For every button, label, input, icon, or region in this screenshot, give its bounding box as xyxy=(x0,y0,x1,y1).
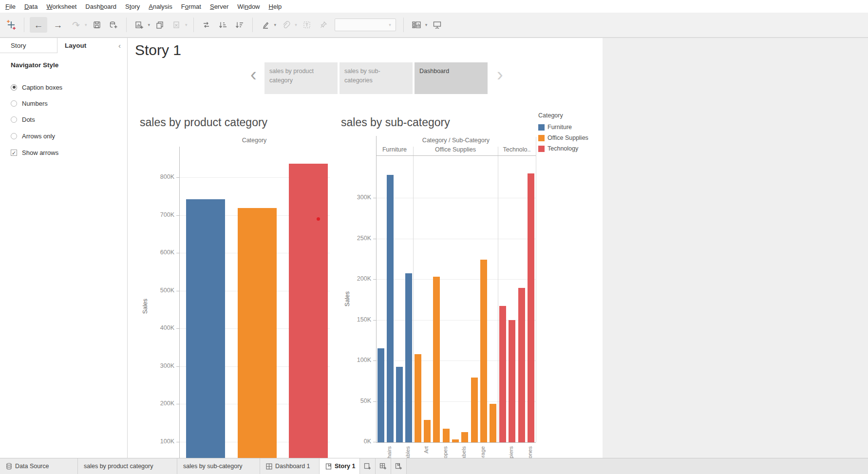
sheet-tab-sales-by-product-category[interactable]: sales by product category xyxy=(78,458,177,474)
legend-swatch xyxy=(538,146,545,152)
new-story-button[interactable] xyxy=(391,458,407,474)
bar-bookcases[interactable] xyxy=(377,348,384,442)
text-label-button[interactable] xyxy=(300,17,314,33)
bar-fasteners[interactable] xyxy=(452,439,459,442)
x-tick-label-storage: Storage xyxy=(480,446,486,458)
radio-option-arrows-only[interactable]: Arrows only xyxy=(11,132,55,140)
radio-option-numbers[interactable]: Numbers xyxy=(11,99,48,108)
gridline xyxy=(376,279,536,280)
bar-paper[interactable] xyxy=(471,378,478,442)
y-axis-line xyxy=(179,147,180,458)
radio-icon[interactable] xyxy=(11,100,17,107)
sort-descending-button[interactable] xyxy=(232,17,247,33)
sheet-tab-data-source[interactable]: Data Source xyxy=(0,458,78,474)
sheet-tab-dashboard-1[interactable]: Dashboard 1 xyxy=(260,458,320,474)
x-tick-label-copiers: Copiers xyxy=(508,446,514,458)
menu-file[interactable]: File xyxy=(1,1,20,12)
navigator-next-icon[interactable]: › xyxy=(497,67,503,82)
show-arrows-row[interactable]: ✓ Show arrows xyxy=(11,149,58,156)
clear-sheet-dropdown-caret[interactable]: ▾ xyxy=(185,22,188,27)
tab-story[interactable]: Story xyxy=(0,38,57,53)
new-worksheet-button[interactable] xyxy=(360,458,376,474)
menu-story[interactable]: Story xyxy=(121,1,144,12)
new-worksheet-button[interactable] xyxy=(132,17,147,33)
radio-icon[interactable] xyxy=(11,116,17,123)
tab-layout[interactable]: Layout xyxy=(57,38,119,53)
radio-option-dots[interactable]: Dots xyxy=(11,115,35,124)
caption-box-sales-by-sub-categories[interactable]: sales by sub-categories xyxy=(340,62,413,94)
caption-box-dashboard[interactable]: Dashboard xyxy=(415,62,488,94)
bar-art[interactable] xyxy=(424,420,431,442)
bar-copiers[interactable] xyxy=(509,320,515,443)
bar-chairs[interactable] xyxy=(387,175,394,442)
y-tick-label: 250K xyxy=(342,235,371,242)
show-me-button[interactable] xyxy=(409,17,424,33)
dashboard-icon xyxy=(266,463,272,470)
new-worksheet-dropdown-caret[interactable]: ▾ xyxy=(148,22,151,27)
save-button[interactable] xyxy=(90,17,104,33)
gridline xyxy=(376,198,536,198)
bar-envelopes[interactable] xyxy=(443,429,450,442)
story-title: Story 1 xyxy=(135,42,181,58)
radio-icon[interactable] xyxy=(11,133,17,139)
bar-furnishings[interactable] xyxy=(396,367,403,442)
bar-furniture[interactable] xyxy=(186,199,225,458)
y-tick-label: 50K xyxy=(342,398,371,405)
menu-analysis[interactable]: Analysis xyxy=(144,1,176,12)
new-story-icon xyxy=(395,463,402,470)
highlight-button[interactable] xyxy=(258,17,273,33)
x-tick-label-labels: Labels xyxy=(461,446,467,458)
bar-tables[interactable] xyxy=(405,273,412,442)
sheet-tab-sales-by-sub-category[interactable]: sales by sub-category xyxy=(177,458,260,474)
forward-button[interactable]: → xyxy=(49,17,67,33)
fit-dropdown[interactable]: ▾ xyxy=(335,19,396,31)
menu-help[interactable]: Help xyxy=(264,1,286,12)
bar-labels[interactable] xyxy=(461,432,468,442)
menu-worksheet[interactable]: Worksheet xyxy=(42,1,81,12)
show-arrows-label: Show arrows xyxy=(22,149,58,156)
color-legend: Category FurnitureOffice SuppliesTechnol… xyxy=(538,112,603,154)
sheet-tab-story-1[interactable]: Story 1 xyxy=(320,458,360,474)
legend-item-office-supplies[interactable]: Office Supplies xyxy=(538,133,603,143)
bar-binders[interactable] xyxy=(433,277,440,442)
show-arrows-checkbox[interactable]: ✓ xyxy=(11,150,17,156)
x-tick-label-envelopes: Envelopes xyxy=(442,446,448,458)
paperclip-dropdown-caret[interactable]: ▾ xyxy=(295,22,297,27)
menu-data[interactable]: Data xyxy=(20,1,42,12)
collapse-panel-icon[interactable]: ‹ xyxy=(118,41,121,50)
bar-machines[interactable] xyxy=(518,288,525,442)
swap-rows-columns-button[interactable] xyxy=(199,17,214,33)
sort-ascending-button[interactable] xyxy=(216,17,230,33)
redo-dropdown-caret[interactable]: ▾ xyxy=(85,22,87,27)
highlight-dropdown-caret[interactable]: ▾ xyxy=(274,22,277,27)
legend-item-technology[interactable]: Technology xyxy=(538,143,603,154)
menu-server[interactable]: Server xyxy=(206,1,233,12)
bar-supplies[interactable] xyxy=(490,404,496,442)
legend-item-furniture[interactable]: Furniture xyxy=(538,122,603,133)
radio-icon[interactable] xyxy=(11,84,17,91)
bar-appliances[interactable] xyxy=(415,354,421,442)
bar-office-supplies[interactable] xyxy=(238,208,277,458)
pin-button[interactable] xyxy=(316,17,331,33)
clear-sheet-button[interactable] xyxy=(169,17,184,33)
bar-phones[interactable] xyxy=(528,173,534,442)
menu-format[interactable]: Format xyxy=(177,1,206,12)
paperclip-button[interactable] xyxy=(279,17,293,33)
caption-box-sales-by-product-category[interactable]: sales by productcategory xyxy=(264,62,338,94)
navigator-prev-icon[interactable]: ‹ xyxy=(250,67,257,82)
new-dashboard-button[interactable] xyxy=(376,458,391,474)
show-me-dropdown-caret[interactable]: ▾ xyxy=(425,22,428,27)
radio-option-caption-boxes[interactable]: Caption boxes xyxy=(11,83,62,92)
presentation-mode-button[interactable] xyxy=(430,17,444,33)
bar-technology[interactable] xyxy=(289,164,328,458)
redo-button[interactable]: ↷ xyxy=(69,17,83,33)
duplicate-button[interactable] xyxy=(152,17,167,33)
sheet-tab-bar: Data Sourcesales by product categorysale… xyxy=(0,458,868,474)
menu-window[interactable]: Window xyxy=(233,1,264,12)
bar-storage[interactable] xyxy=(480,260,487,442)
add-data-source-button[interactable] xyxy=(106,17,121,33)
menu-dashboard[interactable]: Dashboard xyxy=(81,1,121,12)
back-button[interactable]: ← xyxy=(30,17,47,33)
legend-label: Office Supplies xyxy=(547,134,588,141)
bar-accessories[interactable] xyxy=(499,306,506,442)
